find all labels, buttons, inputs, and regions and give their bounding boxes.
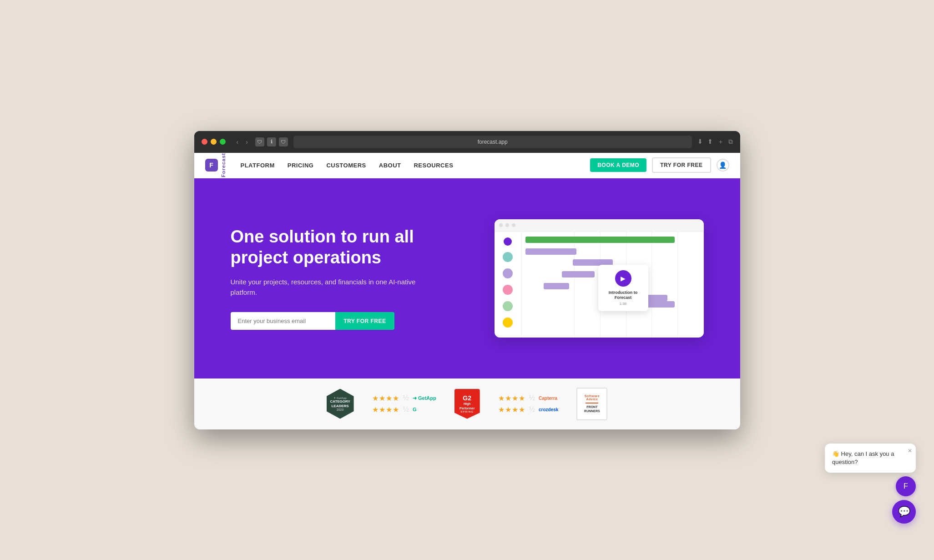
new-tab-icon[interactable]: ＋ xyxy=(717,138,724,146)
logo-text: Forecast xyxy=(221,153,226,177)
getapp-stars-row-2: ★★★★½ G xyxy=(372,405,436,414)
sa-label-bottom: FRONTRUNNERS xyxy=(584,405,600,413)
chat-widget: 👋 Hey, can I ask you a question? ✕ F 💬 xyxy=(825,444,916,524)
app-topbar xyxy=(495,219,704,232)
browser-nav: ‹ › xyxy=(235,137,250,146)
app-dot-1 xyxy=(499,223,503,227)
chat-close-button[interactable]: ✕ xyxy=(908,447,912,455)
nav-link-customers[interactable]: CUSTOMERS xyxy=(326,162,366,169)
avatar-1 xyxy=(504,237,512,246)
try-free-hero-button[interactable]: TRY FOR FREE xyxy=(335,312,394,330)
getapp-badge: ✦ GetApp CATEGORY LEADERS 2020 xyxy=(327,389,354,419)
ext-icon-1[interactable]: 🛡 xyxy=(255,137,264,146)
capterra-stars: ★★★★ xyxy=(498,394,525,403)
avatar-2 xyxy=(503,252,513,262)
avatar-6 xyxy=(503,318,513,328)
capterra-stars-row: ★★★★½ Capterra xyxy=(498,394,559,403)
app-screenshot: ▶ Introduction to Forecast 1:38 xyxy=(495,219,704,338)
gantt-avatars xyxy=(495,232,522,338)
avatar-4 xyxy=(503,285,513,295)
getapp-stars-group: ★★★★½ ➜ GetApp ★★★★½ G xyxy=(372,394,436,414)
getapp-g-source: G xyxy=(413,407,417,412)
g2-badge-group: G2 High Performer SPRING xyxy=(454,389,480,419)
minimize-button[interactable] xyxy=(211,139,217,145)
tooltip-duration: 1:38 xyxy=(604,302,643,306)
getapp-label: ✦ GetApp xyxy=(333,396,346,399)
play-button-icon[interactable]: ▶ xyxy=(615,270,631,287)
extension-icons: 🛡 ℹ 🛡 xyxy=(255,137,288,146)
g2-label: High Performer xyxy=(456,402,478,410)
getapp-source: ➜ GetApp xyxy=(413,395,436,401)
sa-label-top: SoftwareAdvice xyxy=(585,394,600,401)
nav-link-about[interactable]: ABOUT xyxy=(379,162,401,169)
getapp-stars-row: ★★★★½ ➜ GetApp xyxy=(372,394,436,403)
software-advice-badge-group: SoftwareAdvice FRONTRUNNERS xyxy=(576,388,607,420)
getapp-stars-2: ★★★★ xyxy=(372,405,399,414)
ext-icon-3[interactable]: 🛡 xyxy=(279,137,288,146)
capterra-source: Capterra xyxy=(539,396,557,401)
g2-logo: G2 xyxy=(463,394,471,402)
chat-bubble-text: 👋 Hey, can I ask you a question? xyxy=(832,450,894,465)
grid-line-5 xyxy=(652,232,678,338)
nav-links: PLATFORM PRICING CUSTOMERS ABOUT RESOURC… xyxy=(241,162,591,169)
hero-subtitle: Unite your projects, resources, and fina… xyxy=(231,277,422,298)
app-dot-2 xyxy=(505,223,509,227)
video-tooltip[interactable]: ▶ Introduction to Forecast 1:38 xyxy=(598,265,648,311)
hero-left: One solution to run all project operatio… xyxy=(231,227,422,330)
software-advice-badge: SoftwareAdvice FRONTRUNNERS xyxy=(576,388,607,420)
gantt-bar-3 xyxy=(562,271,595,277)
capterra-stars-group: ★★★★½ Capterra ★★★★½ crozdesk xyxy=(498,394,559,414)
try-free-nav-button[interactable]: TRY FOR FREE xyxy=(652,157,711,173)
logo-area[interactable]: F Forecast xyxy=(205,153,226,177)
logo-icon: F xyxy=(205,159,218,172)
app-content: ▶ Introduction to Forecast 1:38 xyxy=(495,232,704,338)
back-button[interactable]: ‹ xyxy=(235,137,241,146)
grid-line-6 xyxy=(678,232,704,338)
browser-window: ‹ › 🛡 ℹ 🛡 forecast.app ⬇ ⬆ ＋ ⧉ F Forecas… xyxy=(194,131,740,429)
download-icon[interactable]: ⬇ xyxy=(697,138,703,146)
browser-chrome: ‹ › 🛡 ℹ 🛡 forecast.app ⬇ ⬆ ＋ ⧉ xyxy=(194,131,740,153)
nav-link-pricing[interactable]: PRICING xyxy=(288,162,314,169)
email-input[interactable] xyxy=(231,312,336,330)
getapp-badge-group: ✦ GetApp CATEGORY LEADERS 2020 xyxy=(327,389,354,419)
nav-right: BOOK A DEMO TRY FOR FREE 👤 xyxy=(590,157,729,173)
gantt-bar-1 xyxy=(525,248,576,255)
chat-avatar: F xyxy=(896,476,916,496)
chat-open-button-wrapper: 💬 xyxy=(825,500,916,524)
hero-section: One solution to run all project operatio… xyxy=(194,178,740,378)
user-account-icon[interactable]: 👤 xyxy=(717,159,729,172)
address-bar[interactable]: forecast.app xyxy=(293,136,692,148)
traffic-lights xyxy=(202,139,226,145)
chat-open-button[interactable]: 💬 xyxy=(892,500,916,524)
chat-avatar-icon: F xyxy=(904,482,908,490)
ext-icon-2[interactable]: ℹ xyxy=(267,137,276,146)
hero-title: One solution to run all project operatio… xyxy=(231,227,422,268)
gantt-bar-green xyxy=(525,237,675,243)
maximize-button[interactable] xyxy=(220,139,226,145)
crozdesk-source: crozdesk xyxy=(539,407,558,412)
book-demo-button[interactable]: BOOK A DEMO xyxy=(590,158,646,172)
nav-link-platform[interactable]: PLATFORM xyxy=(241,162,275,169)
sa-divider xyxy=(586,403,598,404)
tooltip-title: Introduction to Forecast xyxy=(604,290,643,301)
badges-section: ✦ GetApp CATEGORY LEADERS 2020 ★★★★½ ➜ G… xyxy=(194,378,740,429)
grid-line-2 xyxy=(575,232,601,338)
hero-right: ▶ Introduction to Forecast 1:38 xyxy=(422,219,704,338)
chat-bubble: 👋 Hey, can I ask you a question? ✕ xyxy=(825,444,916,473)
share-icon[interactable]: ⬆ xyxy=(707,138,713,146)
nav-link-resources[interactable]: RESOURCES xyxy=(414,162,453,169)
getapp-stars: ★★★★ xyxy=(372,394,399,403)
url-text: forecast.app xyxy=(478,139,508,145)
hero-form: TRY FOR FREE xyxy=(231,312,394,330)
browser-actions: ⬇ ⬆ ＋ ⧉ xyxy=(697,138,733,146)
g2-badge: G2 High Performer SPRING xyxy=(454,389,480,419)
close-button[interactable] xyxy=(202,139,207,145)
g2-season: SPRING xyxy=(460,410,474,413)
forward-button[interactable]: › xyxy=(244,137,250,146)
gantt-bar-4 xyxy=(544,283,569,289)
tabs-icon[interactable]: ⧉ xyxy=(728,138,733,146)
getapp-category: CATEGORY LEADERS xyxy=(330,399,350,408)
navbar: F Forecast PLATFORM PRICING CUSTOMERS AB… xyxy=(194,153,740,178)
gantt-chart: ▶ Introduction to Forecast 1:38 xyxy=(522,232,704,338)
getapp-year: 2020 xyxy=(337,408,344,411)
